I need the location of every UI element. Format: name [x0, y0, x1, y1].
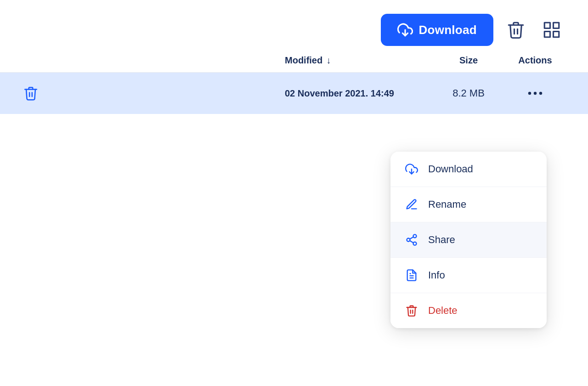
row-date: 02 November 2021. 14:49 [285, 88, 432, 99]
menu-item-rename[interactable]: Rename [390, 187, 547, 222]
menu-item-info[interactable]: Info [390, 258, 547, 293]
svg-point-5 [528, 92, 531, 95]
actions-col-header: Actions [505, 55, 565, 66]
grid-icon [542, 20, 561, 40]
menu-item-share[interactable]: Share [390, 222, 547, 258]
rename-icon [404, 197, 419, 212]
grid-view-button[interactable] [538, 17, 565, 43]
download-button-label: Download [418, 23, 477, 37]
svg-point-6 [534, 92, 537, 95]
row-more-button[interactable] [505, 89, 565, 98]
menu-delete-label: Delete [428, 305, 458, 317]
download-cloud-icon [397, 22, 413, 38]
menu-rename-label: Rename [428, 199, 466, 210]
download-icon [404, 162, 419, 176]
svg-rect-1 [544, 23, 550, 28]
share-icon [404, 233, 419, 247]
more-dots-icon [527, 89, 543, 98]
delete-icon [404, 303, 419, 318]
info-icon [404, 268, 419, 283]
trash-icon [506, 20, 526, 40]
menu-item-delete[interactable]: Delete [390, 293, 547, 328]
menu-download-label: Download [428, 163, 473, 175]
size-col-header: Size [432, 55, 505, 66]
download-button[interactable]: Download [381, 14, 493, 46]
sort-arrow-icon: ↓ [326, 55, 331, 66]
menu-item-download[interactable]: Download [390, 152, 547, 187]
row-trash-icon [23, 85, 39, 101]
delete-toolbar-button[interactable] [503, 17, 529, 43]
svg-line-12 [410, 241, 413, 243]
svg-point-7 [539, 92, 542, 95]
size-label: Size [459, 55, 478, 65]
svg-rect-2 [554, 23, 559, 28]
menu-share-label: Share [428, 234, 455, 246]
svg-rect-3 [544, 32, 550, 37]
modified-label: Modified [285, 55, 322, 66]
menu-info-label: Info [428, 269, 445, 281]
svg-line-13 [410, 237, 413, 239]
row-size: 8.2 MB [432, 87, 505, 99]
actions-label: Actions [518, 55, 552, 65]
table-row: 02 November 2021. 14:49 8.2 MB [0, 73, 588, 114]
svg-rect-4 [554, 32, 559, 37]
table-header: Modified ↓ Size Actions [0, 55, 588, 73]
context-menu: Download Rename Share [390, 152, 547, 328]
row-delete-button[interactable] [23, 85, 51, 101]
modified-col-header[interactable]: Modified ↓ [285, 55, 432, 66]
toolbar: Download [0, 0, 588, 55]
